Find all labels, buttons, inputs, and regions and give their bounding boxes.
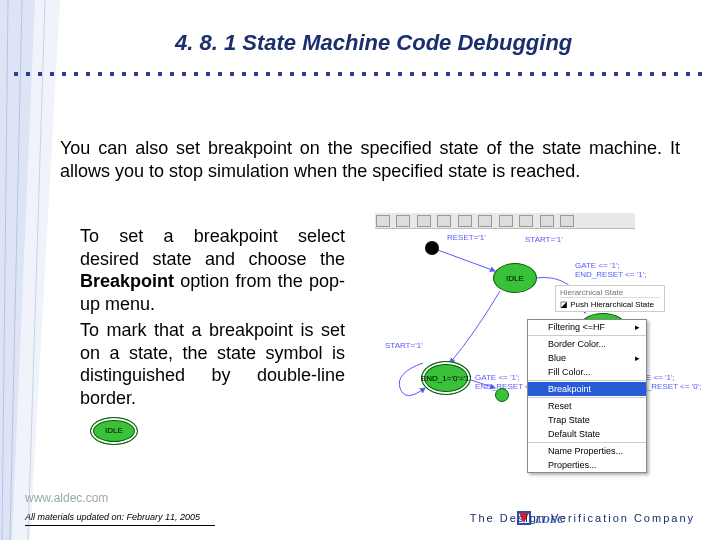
label-gate: GATE <= '1'; END_RESET <= '1'; [575, 261, 646, 279]
hierarchy-panel: Hierarchical State ◪ Push Hierarchical S… [555, 285, 665, 312]
idle-example: IDLE [80, 417, 345, 445]
svg-line-1 [10, 0, 22, 540]
slide-title: 4. 8. 1 State Machine Code Debugging [175, 30, 690, 56]
left-column: To set a breakpoint select desired state… [80, 225, 345, 445]
menu-item[interactable]: Default State [528, 427, 646, 441]
state-machine-diagram: RESET='1' START='1' IDLE GATE <= '1'; EN… [375, 213, 695, 463]
initial-state-dot [425, 241, 439, 255]
state-idle[interactable]: IDLE [493, 263, 537, 293]
company-tagline: The Design Verification Company [470, 512, 695, 524]
state-small[interactable] [495, 388, 509, 402]
menu-item[interactable]: Fill Color... [528, 365, 646, 379]
body-paragraph: You can also set breakpoint on the speci… [60, 137, 680, 182]
left-p2: To mark that a breakpoint is set on a st… [80, 319, 345, 409]
website-url: www.aldec.com [25, 491, 108, 505]
menu-item[interactable]: Reset [528, 399, 646, 413]
label-start: START='1' [525, 235, 563, 244]
divider-dots [10, 70, 710, 78]
menu-separator [528, 397, 646, 398]
hierarchy-item: ◪ Push Hierarchical State [560, 300, 660, 309]
hierarchy-title: Hierarchical State [560, 288, 660, 298]
context-menu[interactable]: Filtering <=HFBorder Color...BlueFill Co… [527, 319, 647, 473]
menu-item[interactable]: Properties... [528, 458, 646, 472]
idle-double-border-example: IDLE [90, 417, 138, 445]
left-p1-a: To set a breakpoint select desired state… [80, 226, 345, 269]
menu-separator [528, 442, 646, 443]
menu-item[interactable]: Blue [528, 351, 646, 365]
svg-line-0 [2, 0, 8, 540]
menu-item[interactable]: Breakpoint [528, 382, 646, 396]
svg-line-3 [435, 249, 495, 271]
breakpoint-word: Breakpoint [80, 271, 174, 291]
label-reset: RESET='1' [447, 233, 486, 242]
updated-text: All materials updated on: February 11, 2… [25, 512, 200, 522]
menu-separator [528, 380, 646, 381]
svg-line-2 [28, 0, 45, 540]
menu-separator [528, 335, 646, 336]
hierarchy-push: Push Hierarchical State [570, 300, 654, 309]
updated-underline [25, 525, 215, 526]
menu-item[interactable]: Trap State [528, 413, 646, 427]
state-end[interactable]: END_1='0'='1' [421, 361, 471, 395]
menu-item[interactable]: Name Properties... [528, 444, 646, 458]
menu-item[interactable]: Border Color... [528, 337, 646, 351]
left-p1: To set a breakpoint select desired state… [80, 225, 345, 315]
label-start2: START='1' [385, 341, 423, 350]
menu-item[interactable]: Filtering <=HF [528, 320, 646, 334]
